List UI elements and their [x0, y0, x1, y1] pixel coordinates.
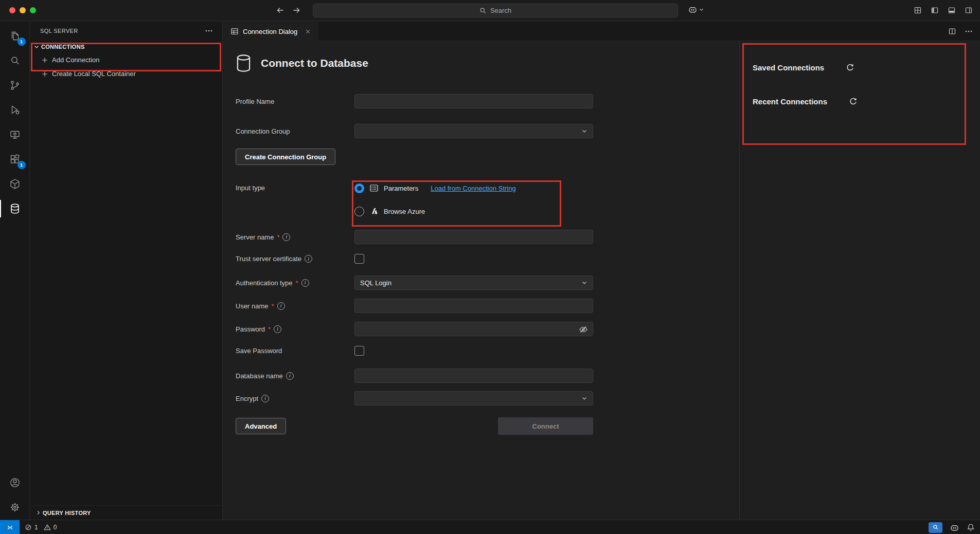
zoom-status-button[interactable] — [929, 522, 942, 533]
extensions-badge: 1 — [17, 161, 26, 169]
connection-group-select[interactable] — [354, 124, 593, 138]
navigate-back-button[interactable] — [274, 4, 287, 16]
query-history-section-header[interactable]: QUERY HISTORY — [30, 506, 222, 519]
connections-section-header[interactable]: CONNECTIONS — [30, 40, 222, 53]
create-local-sql-container-item[interactable]: Create Local SQL Container — [30, 67, 222, 81]
accounts-button[interactable] — [0, 470, 30, 495]
save-password-label: Save Password — [236, 347, 354, 355]
settings-button[interactable] — [0, 495, 30, 520]
minimize-window-button[interactable] — [20, 7, 26, 13]
info-icon[interactable]: i — [301, 279, 309, 287]
status-bar: 1 0 — [0, 520, 980, 534]
authentication-type-label: Authentication type* i — [236, 279, 354, 287]
copilot-menu-button[interactable] — [688, 5, 704, 14]
profile-name-label: Profile Name — [236, 98, 354, 105]
sidebar-item-explorer[interactable]: 1 — [0, 24, 30, 48]
radio-selected-icon[interactable] — [354, 183, 364, 193]
connection-form: Profile Name Connection Group Create — [236, 94, 719, 435]
close-window-button[interactable] — [9, 7, 15, 13]
sidebar-item-extensions[interactable]: 1 — [0, 147, 30, 172]
chevron-right-icon — [33, 510, 41, 515]
bell-icon[interactable] — [967, 523, 975, 531]
authentication-type-select[interactable]: SQL Login — [354, 275, 593, 290]
sidebar-item-source-control[interactable] — [0, 73, 30, 98]
create-connection-group-button[interactable]: Create Connection Group — [236, 149, 335, 165]
more-actions-icon[interactable] — [205, 27, 213, 35]
user-name-input[interactable] — [354, 299, 593, 313]
authentication-type-value: SQL Login — [360, 279, 391, 287]
customize-layout-icon[interactable] — [914, 6, 922, 14]
input-type-option-parameters[interactable]: Parameters Load from Connection String — [354, 181, 516, 195]
sidebar-title: SQL SERVER — [40, 28, 205, 34]
database-name-input[interactable] — [354, 369, 593, 383]
search-icon — [9, 54, 21, 67]
add-connection-item[interactable]: Add Connection — [30, 53, 222, 67]
account-icon — [9, 476, 21, 489]
trust-server-certificate-checkbox[interactable] — [354, 254, 364, 264]
info-icon[interactable]: i — [286, 372, 294, 380]
trust-server-certificate-label: Trust server certificate i — [236, 255, 354, 263]
vscode-window: Search — [0, 0, 980, 534]
copilot-icon — [688, 5, 697, 14]
maximize-window-button[interactable] — [30, 7, 36, 13]
advanced-button[interactable]: Advanced — [236, 418, 286, 434]
connection-dialog-icon — [230, 27, 239, 35]
more-actions-icon[interactable] — [965, 27, 973, 35]
eye-off-icon[interactable] — [579, 325, 588, 334]
navigate-forward-button[interactable] — [290, 4, 303, 16]
profile-name-input[interactable] — [354, 94, 593, 108]
input-type-label: Input type — [236, 181, 354, 192]
chevron-down-icon — [581, 395, 587, 401]
refresh-icon[interactable] — [849, 97, 858, 106]
recent-connections-row: Recent Connections — [753, 96, 980, 107]
sidebar-item-sql-server[interactable] — [0, 196, 30, 221]
toggle-panel-icon[interactable] — [948, 6, 956, 14]
server-name-label: Server name* i — [236, 233, 354, 241]
toggle-secondary-sidebar-icon[interactable] — [965, 6, 973, 14]
create-local-sql-container-label: Create Local SQL Container — [52, 70, 136, 78]
remote-indicator[interactable] — [0, 520, 20, 534]
info-icon[interactable]: i — [274, 325, 281, 333]
server-name-input[interactable] — [354, 230, 593, 244]
connect-button[interactable]: Connect — [498, 417, 593, 435]
status-bar-right — [929, 520, 975, 534]
saved-connections-row: Saved Connections — [753, 62, 980, 73]
split-editor-icon[interactable] — [948, 27, 956, 35]
refresh-icon[interactable] — [846, 63, 854, 72]
sidebar-item-search[interactable] — [0, 48, 30, 73]
toggle-primary-sidebar-icon[interactable] — [931, 6, 939, 14]
info-icon[interactable]: i — [305, 255, 312, 263]
input-type-option-browse-azure[interactable]: Browse Azure — [354, 205, 516, 218]
chevron-down-icon — [33, 44, 40, 50]
gear-icon — [9, 501, 21, 513]
problems-status[interactable]: 1 0 — [25, 520, 57, 534]
user-name-label: User name* i — [236, 302, 354, 310]
chevron-down-icon — [699, 7, 704, 12]
plus-icon — [41, 70, 48, 78]
close-icon[interactable] — [305, 28, 311, 35]
save-password-checkbox[interactable] — [354, 346, 364, 356]
activity-bar: 1 1 — [0, 22, 30, 520]
cube-icon — [9, 178, 21, 190]
tab-connection-dialog[interactable]: Connection Dialog — [223, 22, 318, 41]
command-center-search[interactable]: Search — [313, 4, 678, 17]
connection-dialog-webview: Connect to Database Profile Name Connect… — [223, 41, 980, 520]
info-icon[interactable]: i — [261, 395, 269, 402]
sidebar-item-remote-explorer[interactable] — [0, 122, 30, 147]
load-from-connection-string-link[interactable]: Load from Connection String — [431, 185, 515, 192]
info-icon[interactable]: i — [282, 233, 290, 241]
password-input[interactable] — [354, 322, 593, 336]
saved-connections-label: Saved Connections — [753, 63, 824, 72]
search-icon — [479, 7, 487, 14]
radio-unselected-icon[interactable] — [354, 207, 364, 216]
sidebar-item-run-debug[interactable] — [0, 98, 30, 122]
encrypt-select[interactable] — [354, 391, 593, 406]
input-type-radio-group: Parameters Load from Connection String B… — [354, 181, 516, 218]
info-icon[interactable]: i — [277, 302, 285, 310]
sidebar-item-containers[interactable] — [0, 172, 30, 196]
copilot-icon[interactable] — [950, 523, 959, 532]
source-control-icon — [9, 79, 21, 91]
editor-actions — [948, 22, 973, 41]
chevron-down-icon — [581, 280, 587, 286]
page-title: Connect to Database — [261, 57, 368, 69]
